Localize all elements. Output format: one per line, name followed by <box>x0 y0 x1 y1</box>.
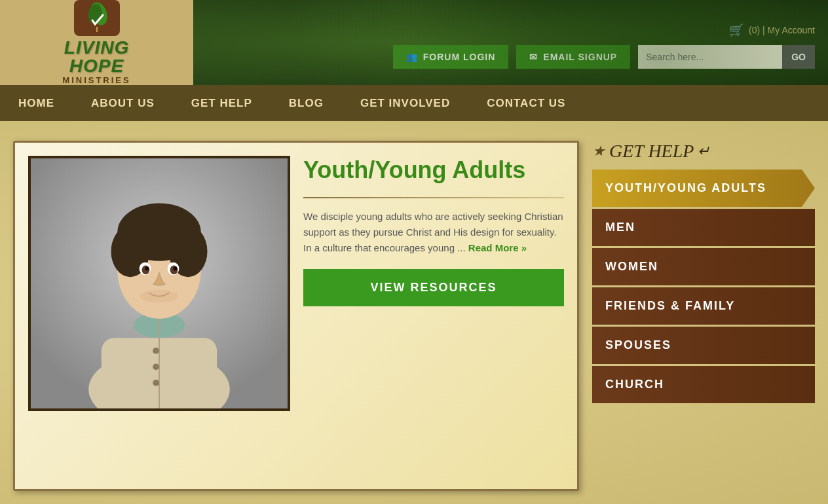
get-help-arrow: ↵ <box>698 143 709 160</box>
email-btn-label: EMAIL SIGNUP <box>543 52 617 62</box>
forum-btn-label: FORUM LOGIN <box>423 52 496 62</box>
logo-living-hope: LIVINGHOPE <box>62 39 130 75</box>
content-body: We disciple young adults who are activel… <box>303 209 564 256</box>
content-divider <box>303 197 564 198</box>
svg-point-19 <box>140 290 179 303</box>
header: LIVINGHOPE MINISTRIES 🛒 (0) | My Account… <box>0 0 828 85</box>
read-more-link[interactable]: Read More » <box>468 242 527 253</box>
nav-item-blog[interactable]: BLOG <box>271 85 342 121</box>
content-title: Youth/Young Adults <box>303 156 564 184</box>
main-content: Youth/Young Adults We disciple young adu… <box>0 121 828 504</box>
svg-point-22 <box>153 364 159 370</box>
nav-item-home[interactable]: HOME <box>0 85 73 121</box>
logo-ministries: MINISTRIES <box>62 75 130 85</box>
svg-point-18 <box>174 267 178 271</box>
nav-item-contact[interactable]: CONTACT US <box>468 85 584 121</box>
content-text: Youth/Young Adults We disciple young adu… <box>303 156 564 411</box>
email-signup-button[interactable]: ✉ EMAIL SIGNUP <box>516 45 630 69</box>
logo-area[interactable]: LIVINGHOPE MINISTRIES <box>0 0 193 85</box>
sidebar: ★ GET HELP ↵ YOUTH/YOUNG ADULTS MEN WOME… <box>592 141 815 491</box>
forum-icon: 👥 <box>406 52 418 62</box>
cart-icon: 🛒 <box>729 23 743 37</box>
account-label[interactable]: (0) | My Account <box>749 25 815 35</box>
go-button[interactable]: GO <box>782 45 815 69</box>
sidebar-item-friends-family[interactable]: FRIENDS & FAMILY <box>592 287 815 325</box>
forum-login-button[interactable]: 👥 FORUM LOGIN <box>393 45 509 69</box>
header-right: 🛒 (0) | My Account 👥 FORUM LOGIN ✉ EMAIL… <box>193 16 815 69</box>
nav-item-get-help[interactable]: GET HELP <box>173 85 271 121</box>
email-icon: ✉ <box>529 52 538 62</box>
svg-point-23 <box>153 380 159 386</box>
logo-text: LIVINGHOPE MINISTRIES <box>62 39 130 85</box>
account-bar: 🛒 (0) | My Account <box>729 23 815 37</box>
logo-icon <box>74 0 120 36</box>
search-input[interactable] <box>638 45 782 69</box>
youth-photo <box>28 156 290 411</box>
action-bar: 👥 FORUM LOGIN ✉ EMAIL SIGNUP GO <box>393 45 815 69</box>
sidebar-item-men[interactable]: MEN <box>592 209 815 246</box>
get-help-title: ★ GET HELP ↵ <box>592 141 815 162</box>
search-area: GO <box>638 45 815 69</box>
svg-point-21 <box>153 348 159 354</box>
sidebar-item-youth[interactable]: YOUTH/YOUNG ADULTS <box>592 170 815 207</box>
svg-point-17 <box>145 267 149 271</box>
nav-item-get-involved[interactable]: GET INVOLVED <box>342 85 468 121</box>
get-help-text: GET HELP <box>609 141 694 162</box>
nav-item-about[interactable]: ABOUT US <box>73 85 173 121</box>
sidebar-item-women[interactable]: WOMEN <box>592 248 815 285</box>
sidebar-item-spouses[interactable]: SPOUSES <box>592 327 815 364</box>
content-section: Youth/Young Adults We disciple young adu… <box>13 141 579 491</box>
sidebar-menu: YOUTH/YOUNG ADULTS MEN WOMEN FRIENDS & F… <box>592 170 815 403</box>
sidebar-item-church[interactable]: CHURCH <box>592 366 815 403</box>
main-nav: HOME ABOUT US GET HELP BLOG GET INVOLVED… <box>0 85 828 121</box>
view-resources-button[interactable]: VIEW RESOURCES <box>303 269 564 306</box>
